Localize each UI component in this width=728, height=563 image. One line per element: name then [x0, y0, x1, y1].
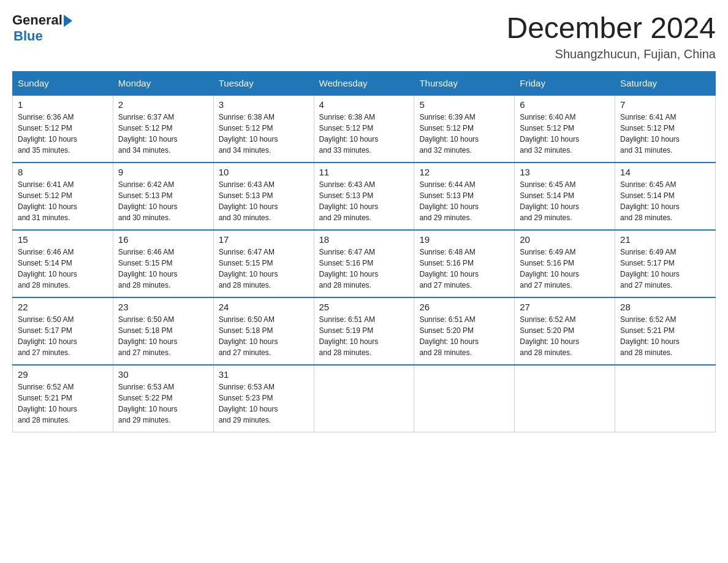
calendar-cell: 19 Sunrise: 6:48 AMSunset: 5:16 PMDaylig… — [414, 230, 515, 297]
day-info: Sunrise: 6:50 AMSunset: 5:18 PMDaylight:… — [118, 314, 208, 358]
day-number: 1 — [18, 99, 108, 110]
weekday-header-friday: Friday — [515, 71, 615, 95]
day-number: 13 — [520, 167, 610, 177]
day-number: 5 — [419, 99, 509, 110]
calendar-cell: 14 Sunrise: 6:45 AMSunset: 5:14 PMDaylig… — [615, 163, 716, 230]
calendar-cell: 26 Sunrise: 6:51 AMSunset: 5:20 PMDaylig… — [414, 297, 515, 365]
weekday-header-row: SundayMondayTuesdayWednesdayThursdayFrid… — [13, 71, 716, 95]
day-number: 7 — [620, 99, 710, 110]
day-number: 3 — [219, 99, 309, 110]
calendar-cell: 12 Sunrise: 6:44 AMSunset: 5:13 PMDaylig… — [414, 163, 515, 230]
day-number: 20 — [520, 234, 610, 245]
day-number: 12 — [419, 167, 509, 177]
logo: General Blue — [12, 12, 72, 44]
day-number: 23 — [118, 302, 208, 312]
day-info: Sunrise: 6:41 AMSunset: 5:12 PMDaylight:… — [620, 112, 710, 156]
location: Shuangzhucun, Fujian, China — [506, 47, 716, 61]
day-info: Sunrise: 6:45 AMSunset: 5:14 PMDaylight:… — [620, 179, 710, 223]
day-number: 11 — [319, 167, 409, 177]
day-info: Sunrise: 6:43 AMSunset: 5:13 PMDaylight:… — [219, 179, 309, 223]
weekday-header-monday: Monday — [113, 71, 213, 95]
calendar-cell: 13 Sunrise: 6:45 AMSunset: 5:14 PMDaylig… — [515, 163, 615, 230]
calendar-cell: 3 Sunrise: 6:38 AMSunset: 5:12 PMDayligh… — [213, 95, 314, 163]
day-number: 10 — [219, 167, 309, 177]
day-info: Sunrise: 6:43 AMSunset: 5:13 PMDaylight:… — [319, 179, 409, 223]
day-info: Sunrise: 6:37 AMSunset: 5:12 PMDaylight:… — [118, 112, 208, 156]
logo-blue: Blue — [13, 28, 72, 44]
calendar-cell: 10 Sunrise: 6:43 AMSunset: 5:13 PMDaylig… — [213, 163, 314, 230]
day-info: Sunrise: 6:51 AMSunset: 5:20 PMDaylight:… — [419, 314, 509, 358]
calendar-cell: 30 Sunrise: 6:53 AMSunset: 5:22 PMDaylig… — [113, 365, 213, 432]
day-info: Sunrise: 6:38 AMSunset: 5:12 PMDaylight:… — [319, 112, 409, 156]
calendar-cell: 7 Sunrise: 6:41 AMSunset: 5:12 PMDayligh… — [615, 95, 716, 163]
calendar-cell: 15 Sunrise: 6:46 AMSunset: 5:14 PMDaylig… — [13, 230, 113, 297]
day-number: 16 — [118, 234, 208, 245]
day-info: Sunrise: 6:39 AMSunset: 5:12 PMDaylight:… — [419, 112, 509, 156]
calendar-cell: 4 Sunrise: 6:38 AMSunset: 5:12 PMDayligh… — [314, 95, 414, 163]
day-number: 24 — [219, 302, 309, 312]
calendar-cell: 28 Sunrise: 6:52 AMSunset: 5:21 PMDaylig… — [615, 297, 716, 365]
calendar-cell — [314, 365, 414, 432]
day-info: Sunrise: 6:52 AMSunset: 5:21 PMDaylight:… — [620, 314, 710, 358]
calendar-cell: 16 Sunrise: 6:46 AMSunset: 5:15 PMDaylig… — [113, 230, 213, 297]
week-row-1: 1 Sunrise: 6:36 AMSunset: 5:12 PMDayligh… — [13, 95, 716, 163]
month-title: December 2024 — [506, 12, 716, 45]
day-number: 9 — [118, 167, 208, 177]
calendar-cell: 29 Sunrise: 6:52 AMSunset: 5:21 PMDaylig… — [13, 365, 113, 432]
day-number: 14 — [620, 167, 710, 177]
calendar-cell — [414, 365, 515, 432]
title-section: December 2024 Shuangzhucun, Fujian, Chin… — [506, 12, 716, 61]
calendar-cell: 24 Sunrise: 6:50 AMSunset: 5:18 PMDaylig… — [213, 297, 314, 365]
day-info: Sunrise: 6:36 AMSunset: 5:12 PMDaylight:… — [18, 112, 108, 156]
day-number: 19 — [419, 234, 509, 245]
calendar-cell — [515, 365, 615, 432]
day-number: 6 — [520, 99, 610, 110]
day-number: 18 — [319, 234, 409, 245]
calendar-cell: 11 Sunrise: 6:43 AMSunset: 5:13 PMDaylig… — [314, 163, 414, 230]
week-row-2: 8 Sunrise: 6:41 AMSunset: 5:12 PMDayligh… — [13, 163, 716, 230]
day-number: 22 — [18, 302, 108, 312]
calendar-cell: 31 Sunrise: 6:53 AMSunset: 5:23 PMDaylig… — [213, 365, 314, 432]
day-number: 4 — [319, 99, 409, 110]
day-number: 29 — [18, 369, 108, 380]
week-row-3: 15 Sunrise: 6:46 AMSunset: 5:14 PMDaylig… — [13, 230, 716, 297]
calendar-cell: 22 Sunrise: 6:50 AMSunset: 5:17 PMDaylig… — [13, 297, 113, 365]
day-number: 27 — [520, 302, 610, 312]
calendar-cell: 1 Sunrise: 6:36 AMSunset: 5:12 PMDayligh… — [13, 95, 113, 163]
day-number: 21 — [620, 234, 710, 245]
day-info: Sunrise: 6:38 AMSunset: 5:12 PMDaylight:… — [219, 112, 309, 156]
logo-general: General — [12, 12, 63, 28]
day-number: 15 — [18, 234, 108, 245]
day-info: Sunrise: 6:47 AMSunset: 5:15 PMDaylight:… — [219, 247, 309, 291]
calendar-cell: 2 Sunrise: 6:37 AMSunset: 5:12 PMDayligh… — [113, 95, 213, 163]
weekday-header-sunday: Sunday — [13, 71, 113, 95]
calendar-cell: 27 Sunrise: 6:52 AMSunset: 5:20 PMDaylig… — [515, 297, 615, 365]
day-info: Sunrise: 6:49 AMSunset: 5:16 PMDaylight:… — [520, 247, 610, 291]
day-info: Sunrise: 6:42 AMSunset: 5:13 PMDaylight:… — [118, 179, 208, 223]
calendar-cell: 18 Sunrise: 6:47 AMSunset: 5:16 PMDaylig… — [314, 230, 414, 297]
day-info: Sunrise: 6:50 AMSunset: 5:17 PMDaylight:… — [18, 314, 108, 358]
calendar-cell: 17 Sunrise: 6:47 AMSunset: 5:15 PMDaylig… — [213, 230, 314, 297]
calendar-cell: 5 Sunrise: 6:39 AMSunset: 5:12 PMDayligh… — [414, 95, 515, 163]
day-info: Sunrise: 6:52 AMSunset: 5:21 PMDaylight:… — [18, 381, 108, 426]
weekday-header-thursday: Thursday — [414, 71, 515, 95]
day-info: Sunrise: 6:44 AMSunset: 5:13 PMDaylight:… — [419, 179, 509, 223]
day-number: 25 — [319, 302, 409, 312]
calendar-cell: 8 Sunrise: 6:41 AMSunset: 5:12 PMDayligh… — [13, 163, 113, 230]
day-info: Sunrise: 6:53 AMSunset: 5:22 PMDaylight:… — [118, 381, 208, 426]
day-number: 30 — [118, 369, 208, 380]
weekday-header-saturday: Saturday — [615, 71, 716, 95]
week-row-5: 29 Sunrise: 6:52 AMSunset: 5:21 PMDaylig… — [13, 365, 716, 432]
day-info: Sunrise: 6:46 AMSunset: 5:14 PMDaylight:… — [18, 247, 108, 291]
calendar-cell — [615, 365, 716, 432]
day-info: Sunrise: 6:40 AMSunset: 5:12 PMDaylight:… — [520, 112, 610, 156]
day-number: 2 — [118, 99, 208, 110]
day-number: 31 — [219, 369, 309, 380]
day-info: Sunrise: 6:50 AMSunset: 5:18 PMDaylight:… — [219, 314, 309, 358]
day-info: Sunrise: 6:52 AMSunset: 5:20 PMDaylight:… — [520, 314, 610, 358]
day-info: Sunrise: 6:49 AMSunset: 5:17 PMDaylight:… — [620, 247, 710, 291]
calendar-cell: 20 Sunrise: 6:49 AMSunset: 5:16 PMDaylig… — [515, 230, 615, 297]
page-header: General Blue December 2024 Shuangzhucun,… — [12, 12, 716, 61]
day-info: Sunrise: 6:46 AMSunset: 5:15 PMDaylight:… — [118, 247, 208, 291]
day-info: Sunrise: 6:47 AMSunset: 5:16 PMDaylight:… — [319, 247, 409, 291]
